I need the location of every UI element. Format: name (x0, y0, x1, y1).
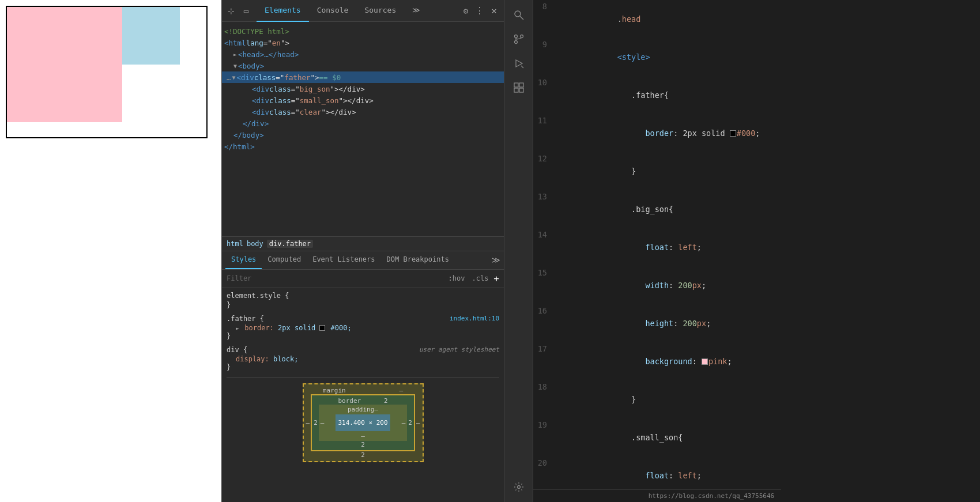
code-panel: 8 .head 9 <style> 10 .father{ (533, 0, 781, 502)
content-size: 314.400 × 200 (338, 419, 387, 426)
svg-rect-11 (519, 88, 523, 92)
style-block-element: element.style { } (227, 292, 499, 309)
breadcrumb-body[interactable]: body (247, 240, 263, 248)
code-line-19: 19 .small_son{ (533, 418, 781, 456)
line-num-19: 19 (533, 418, 556, 431)
line-content-18: } (556, 380, 781, 418)
right-sidebar (504, 0, 533, 502)
toolbar-right: ⚙ ⋮ ✕ (460, 5, 500, 17)
style-close-father: } (227, 332, 499, 340)
tab-console[interactable]: Console (309, 0, 357, 22)
toolbar-icons: ⊹ ▭ (225, 5, 252, 17)
box-model-margin-left: – (306, 419, 310, 426)
device-icon[interactable]: ▭ (240, 5, 252, 17)
subtab-event-listeners[interactable]: Event Listeners (307, 251, 380, 269)
body-toggle[interactable]: ▼ (233, 63, 237, 69)
border-color-swatch[interactable] (319, 325, 325, 331)
line-content-8: .head (556, 0, 781, 38)
line-num-20: 20 (533, 456, 556, 469)
run-icon[interactable] (508, 53, 529, 74)
settings-sidebar-icon[interactable] (508, 477, 529, 497)
line-content-19: .small_son{ (556, 418, 781, 456)
head-toggle[interactable]: ► (233, 51, 237, 58)
svg-rect-10 (514, 88, 518, 92)
border-triangle[interactable]: ► (236, 325, 239, 331)
filter-hov[interactable]: :hov (447, 274, 467, 283)
more-options-icon[interactable]: ⋮ (475, 5, 484, 16)
line-num-13: 13 (533, 190, 556, 203)
style-prop-display: display: block; (227, 355, 499, 363)
line-num-14: 14 (533, 228, 556, 241)
tab-more[interactable]: ≫ (404, 0, 428, 22)
box-model-margin-right: – (416, 419, 420, 426)
padding-right: – (402, 419, 406, 426)
code-line-14: 14 float: left; (533, 228, 781, 266)
tree-line-close-div[interactable]: </div> (222, 118, 504, 129)
filter-cls[interactable]: .cls (470, 274, 490, 283)
box-model-area: margin – – border 2 2 (227, 377, 499, 468)
box-model-margin-bottom: 2 (304, 451, 423, 461)
breadcrumb-divfather[interactable]: div.father (267, 240, 313, 248)
filter-add[interactable]: + (493, 273, 499, 284)
settings-icon[interactable]: ⚙ (460, 5, 472, 17)
tree-line-close-body[interactable]: </body> (222, 129, 504, 141)
cursor-icon[interactable]: ⊹ (225, 5, 237, 17)
doctype-text: <!DOCTYPE html> (224, 27, 289, 36)
extensions-icon[interactable] (508, 77, 529, 98)
subtab-dom-breakpoints[interactable]: DOM Breakpoints (381, 251, 455, 269)
tree-line-small-son[interactable]: <div class="small_son"></div> (222, 95, 504, 106)
line-num-15: 15 (533, 266, 556, 279)
tree-line-html[interactable]: <html lang="en"> (222, 37, 504, 48)
box-model-outer: margin – – border 2 2 (303, 383, 424, 462)
line-num-18: 18 (533, 380, 556, 393)
html-tag: <html (224, 39, 246, 47)
tree-line-doctype[interactable]: <!DOCTYPE html> (222, 25, 504, 37)
filter-input[interactable] (227, 274, 447, 282)
border-left: 2 (314, 419, 318, 426)
tree-line-father[interactable]: … ▼ <div class="father"> == $0 (222, 71, 504, 83)
breadcrumb-html[interactable]: html (227, 240, 243, 248)
close-icon[interactable]: ✕ (488, 5, 500, 17)
style-close-element: } (227, 301, 499, 309)
line-num-12: 12 (533, 152, 556, 165)
style-selector-div: div { user agent stylesheet (227, 346, 499, 354)
box-model-margin-top: margin – (304, 384, 423, 394)
line-num-9: 9 (533, 38, 556, 51)
line-content-12: } (556, 152, 781, 190)
code-line-12: 12 } (533, 152, 781, 190)
line-content-9: <style> (556, 38, 781, 76)
filter-buttons: :hov .cls + (447, 273, 499, 284)
preview-big-son (7, 7, 122, 122)
style-selector-father: .father { index.html:10 (227, 315, 499, 323)
source-control-icon[interactable] (508, 29, 529, 50)
style-prop-border: ► border: 2px solid #000; (227, 324, 499, 332)
style-source-father[interactable]: index.html:10 (450, 315, 499, 322)
code-line-13: 13 .big_son{ (533, 190, 781, 228)
tree-line-big-son[interactable]: <div class="big_son"></div> (222, 83, 504, 95)
tree-line-body[interactable]: ▼ <body> (222, 60, 504, 71)
tab-sources[interactable]: Sources (356, 0, 404, 22)
line-content-13: .big_son{ (556, 190, 781, 228)
svg-line-1 (520, 16, 523, 20)
subtab-styles[interactable]: Styles (225, 251, 262, 269)
line-content-14: float: left; (556, 228, 781, 266)
line-content-11: border: 2px solid #000; (556, 114, 781, 152)
border-label-bottom: 2 (312, 441, 414, 450)
search-sidebar-icon[interactable] (508, 5, 529, 25)
tree-line-head[interactable]: ► <head>…</head> (222, 48, 504, 60)
subtab-computed[interactable]: Computed (262, 251, 307, 269)
subtabs-more-icon[interactable]: ≫ (492, 255, 500, 265)
tree-line-close-html[interactable]: </html> (222, 141, 504, 152)
html-tree: <!DOCTYPE html> <html lang="en"> ► <head… (222, 22, 504, 236)
line-num-16: 16 (533, 304, 556, 317)
code-line-8: 8 .head (533, 0, 781, 38)
styles-subtabs: Styles Computed Event Listeners DOM Brea… (222, 251, 504, 270)
style-close-div: } (227, 363, 499, 371)
tree-line-clear[interactable]: <div class="clear"></div> (222, 106, 504, 118)
code-editor: 8 .head 9 <style> 10 .father{ (533, 0, 781, 489)
father-toggle[interactable]: ▼ (232, 74, 236, 81)
svg-rect-8 (514, 83, 518, 87)
preview-box (6, 6, 208, 138)
tab-elements[interactable]: Elements (257, 0, 309, 22)
line-num-8: 8 (533, 0, 556, 13)
